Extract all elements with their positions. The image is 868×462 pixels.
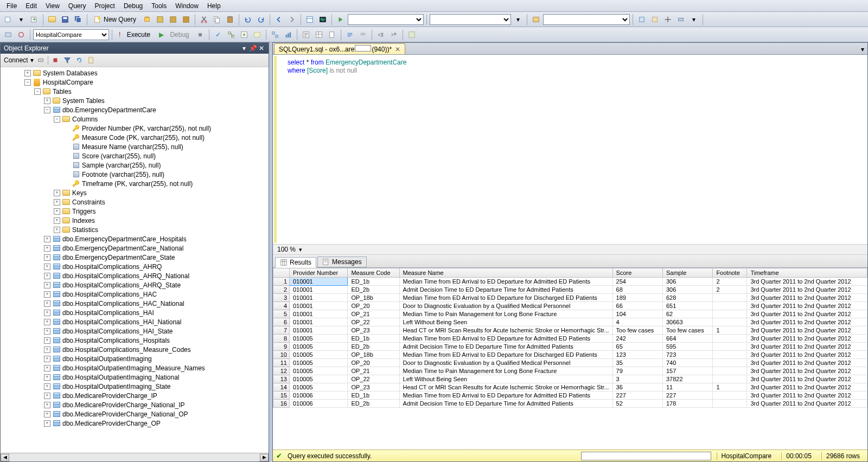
object-tree[interactable]: +System Databases−HospitalCompare−Tables… <box>1 67 269 453</box>
new-query-button[interactable]: New Query <box>90 14 140 25</box>
sql-editor[interactable]: select * from EmergencyDepartmentCare wh… <box>274 56 866 243</box>
tree-node[interactable]: Score (varchar(255), null) <box>1 151 269 161</box>
increase-indent-button[interactable] <box>388 29 400 41</box>
table-row[interactable]: 3010001OP_18bMedian Time from ED Arrival… <box>273 294 867 302</box>
tree-toggle-icon[interactable]: − <box>24 79 31 86</box>
table-cell[interactable]: 010005 <box>290 351 348 359</box>
save-all-button[interactable] <box>72 14 84 25</box>
table-row[interactable]: 4010001OP_20Door to Diagnostic Evaluatio… <box>273 302 867 310</box>
panel-pin-icon[interactable]: 📌 <box>249 44 257 52</box>
cut-button[interactable] <box>198 14 210 25</box>
table-cell[interactable]: 010001 <box>290 286 348 294</box>
table-cell[interactable]: ED_2b <box>348 400 399 408</box>
table-cell[interactable]: OP_18b <box>348 294 399 302</box>
registered-servers-button[interactable] <box>530 14 542 25</box>
table-cell[interactable]: 3rd Quarter 2011 to 2nd Quarter 2012 <box>747 286 867 294</box>
tab-sqlquery1[interactable]: SQLQuery1.sql - ox6...are(940))* ✕ <box>274 43 405 54</box>
tree-node[interactable]: +dbo.HospitalOutpatientImaging_State <box>1 382 269 391</box>
table-row[interactable]: 12010005OP_21Median Time to Pain Managem… <box>273 367 867 375</box>
tree-toggle-icon[interactable]: + <box>44 402 50 408</box>
tree-node[interactable]: +dbo.EmergencyDepartmentCare_State <box>1 253 269 262</box>
tree-node[interactable]: 🔑Measure Code (PK, varchar(255), not nul… <box>1 133 269 142</box>
copy-button[interactable] <box>211 14 223 25</box>
table-cell[interactable]: 3rd Quarter 2011 to 2nd Quarter 2012 <box>747 400 867 408</box>
table-cell[interactable]: 3rd Quarter 2011 to 2nd Quarter 2012 <box>747 294 867 302</box>
disconnect-button[interactable] <box>15 29 27 41</box>
table-cell[interactable]: 2 <box>273 286 290 294</box>
tree-node[interactable]: +Indexes <box>1 216 269 225</box>
table-row[interactable]: 7010001OP_23Head CT or MRI Scan Results … <box>273 326 867 335</box>
tab-close-icon[interactable]: ✕ <box>395 46 400 53</box>
table-cell[interactable]: 010005 <box>290 335 348 343</box>
table-cell[interactable]: 010005 <box>290 343 348 351</box>
tool3-button[interactable] <box>662 14 674 25</box>
table-cell[interactable]: Head CT or MRI Scan Results for Acute Is… <box>399 326 612 335</box>
tree-node[interactable]: 🔑Timeframe (PK, varchar(255), not null) <box>1 179 269 188</box>
table-cell[interactable] <box>713 302 747 310</box>
save-button[interactable] <box>59 14 71 25</box>
table-cell[interactable]: Median Time to Pain Management for Long … <box>399 367 612 375</box>
table-cell[interactable]: 3rd Quarter 2011 to 2nd Quarter 2012 <box>747 326 867 335</box>
table-cell[interactable]: Median Time from ED Arrival to ED Depart… <box>399 392 612 400</box>
table-row[interactable]: 13010005OP_22Left Without Being Seen3378… <box>273 375 867 383</box>
tree-node[interactable]: +dbo.MedicareProviderCharge_National_IP <box>1 400 269 409</box>
table-cell[interactable]: 2 <box>713 278 747 286</box>
table-cell[interactable]: 35 <box>612 359 662 367</box>
table-cell[interactable]: 3rd Quarter 2011 to 2nd Quarter 2012 <box>747 335 867 343</box>
table-cell[interactable]: 3rd Quarter 2011 to 2nd Quarter 2012 <box>747 343 867 351</box>
tree-node[interactable]: +dbo.HospitalOutpatientImaging <box>1 354 269 363</box>
column-header[interactable]: Footnote <box>713 268 747 278</box>
tree-node[interactable]: −Columns <box>1 114 269 124</box>
tree-node[interactable]: +dbo.HospitalComplications_Hospitals <box>1 336 269 345</box>
table-cell[interactable]: 52 <box>612 400 662 408</box>
table-cell[interactable]: 227 <box>662 392 712 400</box>
table-cell[interactable]: Admit Decision Time to ED Departure Time… <box>399 286 612 294</box>
table-cell[interactable]: 010005 <box>290 359 348 367</box>
decrease-indent-button[interactable] <box>375 29 387 41</box>
table-cell[interactable]: 010001 <box>290 294 348 302</box>
table-cell[interactable]: 12 <box>273 367 290 375</box>
table-cell[interactable]: Left Without Being Seen <box>399 318 612 326</box>
table-row[interactable]: 9010005ED_2bAdmit Decision Time to ED De… <box>273 343 867 351</box>
scroll-right-icon[interactable]: ▶ <box>260 454 269 461</box>
table-cell[interactable]: ED_1b <box>348 392 399 400</box>
menu-file[interactable]: File <box>2 1 21 11</box>
column-header[interactable]: Measure Name <box>399 268 612 278</box>
table-cell[interactable]: Too few cases <box>612 326 662 335</box>
table-cell[interactable]: 010005 <box>290 375 348 383</box>
tree-toggle-icon[interactable]: + <box>54 217 60 224</box>
specify-template-button[interactable] <box>406 29 418 41</box>
table-cell[interactable]: 3rd Quarter 2011 to 2nd Quarter 2012 <box>747 359 867 367</box>
solution-combo[interactable] <box>543 14 630 25</box>
debug-button[interactable]: ▶ Debug <box>155 29 193 40</box>
nav-back-button[interactable] <box>273 14 285 25</box>
table-cell[interactable] <box>713 351 747 359</box>
table-cell[interactable]: 104 <box>612 310 662 318</box>
table-cell[interactable]: 37822 <box>662 375 712 383</box>
table-cell[interactable]: 13 <box>273 375 290 383</box>
results-grid[interactable]: Provider NumberMeasure CodeMeasure NameS… <box>273 268 867 450</box>
table-cell[interactable]: Admit Decision Time to ED Departure Time… <box>399 400 612 408</box>
menu-edit[interactable]: Edit <box>21 1 41 11</box>
table-cell[interactable]: 306 <box>662 286 712 294</box>
table-cell[interactable]: ED_1b <box>348 278 399 286</box>
tree-toggle-icon[interactable]: + <box>44 393 50 399</box>
table-cell[interactable]: Left Without Being Seen <box>399 375 612 383</box>
panel-dropdown-icon[interactable]: ▾ <box>240 44 248 52</box>
tree-toggle-icon[interactable]: + <box>44 328 50 335</box>
tool4-drop[interactable]: ▾ <box>688 14 700 25</box>
tree-toggle-icon[interactable]: − <box>54 116 60 123</box>
mdx-query-button[interactable] <box>167 14 179 25</box>
table-cell[interactable]: 3rd Quarter 2011 to 2nd Quarter 2012 <box>747 351 867 359</box>
zoom-level[interactable]: 100 % <box>277 246 296 253</box>
table-row[interactable]: 11010005OP_20Door to Diagnostic Evaluati… <box>273 359 867 367</box>
table-cell[interactable]: 740 <box>662 359 712 367</box>
table-cell[interactable]: 178 <box>662 400 712 408</box>
panel-close-icon[interactable]: ✕ <box>258 44 265 52</box>
table-cell[interactable]: 11 <box>273 359 290 367</box>
table-cell[interactable]: OP_18b <box>348 351 399 359</box>
table-cell[interactable]: Median Time from ED Arrival to ED Depart… <box>399 351 612 359</box>
table-cell[interactable]: 68 <box>612 286 662 294</box>
menu-window[interactable]: Window <box>171 1 203 11</box>
table-cell[interactable]: 11 <box>662 383 712 392</box>
